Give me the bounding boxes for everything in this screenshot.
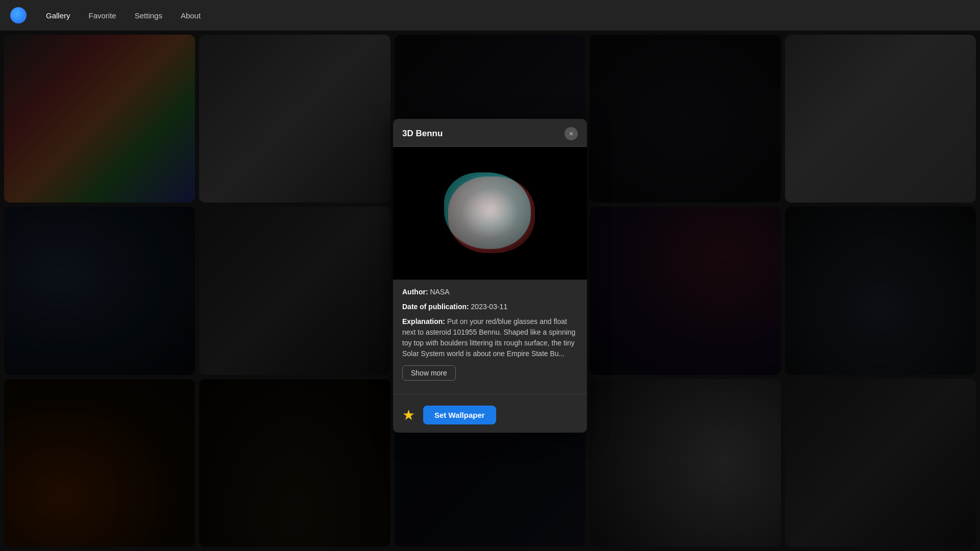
detail-modal: 3D Bennu × Author: NASA Date of publicat… <box>393 119 587 433</box>
date-value-text: 2023-03-11 <box>471 303 508 311</box>
date-label: Date of publication: <box>402 303 469 311</box>
modal-backdrop: 3D Bennu × Author: NASA Date of publicat… <box>0 0 980 551</box>
modal-divider <box>393 394 587 394</box>
modal-image-container <box>393 147 587 280</box>
show-more-button[interactable]: Show more <box>402 365 456 381</box>
favorite-star-icon[interactable]: ★ <box>402 407 415 423</box>
modal-date-row: Date of publication: 2023-03-11 <box>402 302 578 312</box>
modal-close-button[interactable]: × <box>565 127 578 140</box>
modal-title: 3D Bennu <box>402 129 443 139</box>
explanation-label: Explanation: <box>402 317 445 325</box>
modal-footer: ★ Set Wallpaper <box>393 400 587 433</box>
modal-body: Author: NASA Date of publication: 2023-0… <box>393 280 587 388</box>
set-wallpaper-button[interactable]: Set Wallpaper <box>423 406 496 424</box>
bennu-surface-layer <box>449 178 531 249</box>
author-value-text: NASA <box>430 288 449 296</box>
modal-explanation: Explanation: Put on your red/blue glasse… <box>402 316 578 359</box>
author-label: Author: <box>402 288 428 296</box>
bennu-3d-image <box>444 172 536 254</box>
modal-header: 3D Bennu × <box>393 119 587 147</box>
modal-author-row: Author: NASA <box>402 287 578 297</box>
